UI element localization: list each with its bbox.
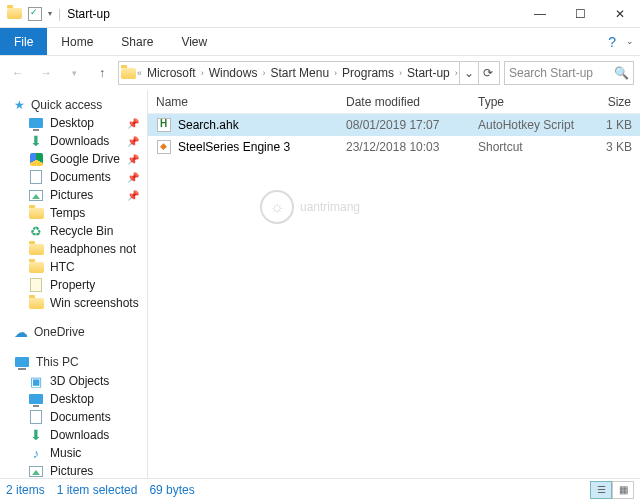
column-size[interactable]: Size	[588, 95, 640, 109]
icons-view-button[interactable]: ▦	[612, 481, 634, 499]
file-row[interactable]: SteelSeries Engine 323/12/2018 10:03Shor…	[148, 136, 640, 158]
sidebar-item[interactable]: ♻Recycle Bin	[0, 222, 147, 240]
sidebar-item-label: Property	[50, 278, 95, 292]
onedrive-label: OneDrive	[34, 325, 85, 339]
window-title: Start-up	[67, 7, 110, 21]
breadcrumb[interactable]: Windows	[205, 66, 262, 80]
recent-dropdown-icon[interactable]: ▾	[62, 61, 86, 85]
help-icon[interactable]: ?	[608, 34, 616, 50]
file-type: Shortcut	[470, 140, 588, 154]
column-type[interactable]: Type	[470, 95, 588, 109]
quick-access-label: Quick access	[31, 98, 102, 112]
sidebar-item[interactable]: ⬇Downloads	[0, 426, 147, 444]
refresh-button[interactable]: ⟳	[478, 62, 497, 84]
this-pc-header[interactable]: This PC	[0, 352, 147, 372]
up-button[interactable]: ↑	[90, 61, 114, 85]
star-icon: ★	[14, 98, 25, 112]
downloads-icon: ⬇	[28, 133, 44, 149]
folder-icon	[28, 205, 44, 221]
tab-view[interactable]: View	[167, 28, 221, 55]
column-name[interactable]: Name	[148, 95, 338, 109]
sidebar-item-label: Documents	[50, 410, 111, 424]
sidebar-item-label: Recycle Bin	[50, 224, 113, 238]
search-placeholder: Search Start-up	[509, 66, 593, 80]
sidebar-item[interactable]: Desktop	[0, 390, 147, 408]
sidebar-item-label: Google Drive	[50, 152, 120, 166]
file-name: SteelSeries Engine 3	[178, 140, 290, 154]
file-name-cell: SteelSeries Engine 3	[148, 139, 338, 155]
sidebar-item[interactable]: Win screenshots	[0, 294, 147, 312]
address-row: ← → ▾ ↑ « Microsoft › Windows › Start Me…	[0, 56, 640, 90]
doc-icon	[28, 169, 44, 185]
file-list[interactable]: Search.ahk08/01/2019 17:07AutoHotkey Scr…	[148, 114, 640, 478]
pin-icon: 📌	[127, 154, 143, 165]
sidebar-item[interactable]: HTC	[0, 258, 147, 276]
sidebar-item[interactable]: Property	[0, 276, 147, 294]
sidebar-item-label: Documents	[50, 170, 111, 184]
sidebar-item[interactable]: ♪Music	[0, 444, 147, 462]
quick-access-toolbar: ▾ |	[0, 6, 61, 22]
sidebar-item-label: Music	[50, 446, 81, 460]
sidebar-item[interactable]: Google Drive📌	[0, 150, 147, 168]
pin-icon: 📌	[127, 118, 143, 129]
sidebar-item[interactable]: Desktop📌	[0, 114, 147, 132]
breadcrumb[interactable]: Start-up	[403, 66, 454, 80]
tab-share[interactable]: Share	[107, 28, 167, 55]
chevron-right-icon[interactable]: «	[136, 68, 143, 78]
file-row[interactable]: Search.ahk08/01/2019 17:07AutoHotkey Scr…	[148, 114, 640, 136]
file-size: 23/12/2018 10:03	[338, 140, 470, 154]
sidebar-item[interactable]: headphones not	[0, 240, 147, 258]
sidebar-item-label: 3D Objects	[50, 374, 109, 388]
back-button[interactable]: ←	[6, 61, 30, 85]
breadcrumb[interactable]: Programs	[338, 66, 398, 80]
search-icon[interactable]: 🔍	[614, 66, 629, 80]
sidebar-item[interactable]: Pictures📌	[0, 186, 147, 204]
main-area: ★ Quick access Desktop📌⬇Downloads📌Google…	[0, 90, 640, 478]
file-type: AutoHotkey Script	[470, 118, 588, 132]
properties-icon[interactable]	[28, 7, 42, 21]
sidebar-item-label: Win screenshots	[50, 296, 139, 310]
title-bar: ▾ | Start-up — ☐ ✕	[0, 0, 640, 28]
sidebar-item[interactable]: Temps	[0, 204, 147, 222]
sidebar-item[interactable]: Documents	[0, 408, 147, 426]
pc-icon	[14, 354, 30, 370]
search-input[interactable]: Search Start-up 🔍	[504, 61, 634, 85]
address-dropdown-icon[interactable]: ⌄	[459, 62, 478, 84]
property-icon	[28, 277, 44, 293]
qat-dropdown-icon[interactable]: ▾	[48, 9, 52, 18]
column-date[interactable]: Date modified	[338, 95, 470, 109]
pic-icon	[28, 463, 44, 478]
breadcrumb[interactable]: Microsoft	[143, 66, 200, 80]
forward-button[interactable]: →	[34, 61, 58, 85]
onedrive-header[interactable]: ☁ OneDrive	[0, 322, 147, 342]
3d-icon: ▣	[28, 373, 44, 389]
sidebar-item[interactable]: Pictures	[0, 462, 147, 478]
breadcrumb[interactable]: Start Menu	[266, 66, 333, 80]
column-headers: Name Date modified Type Size	[148, 90, 640, 114]
status-bar: 2 items 1 item selected 69 bytes ☰ ▦	[0, 478, 640, 500]
ahk-icon	[156, 117, 172, 133]
sidebar-item[interactable]: Documents📌	[0, 168, 147, 186]
pin-icon: 📌	[127, 136, 143, 147]
close-button[interactable]: ✕	[600, 0, 640, 28]
minimize-button[interactable]: —	[520, 0, 560, 28]
file-size: 08/01/2019 17:07	[338, 118, 470, 132]
file-name-cell: Search.ahk	[148, 117, 338, 133]
sidebar-item-label: Desktop	[50, 392, 94, 406]
tab-home[interactable]: Home	[47, 28, 107, 55]
maximize-button[interactable]: ☐	[560, 0, 600, 28]
sidebar-item[interactable]: ▣3D Objects	[0, 372, 147, 390]
navigation-pane[interactable]: ★ Quick access Desktop📌⬇Downloads📌Google…	[0, 90, 148, 478]
sidebar-item-label: HTC	[50, 260, 75, 274]
sidebar-item-label: Downloads	[50, 428, 109, 442]
address-bar[interactable]: « Microsoft › Windows › Start Menu › Pro…	[118, 61, 500, 85]
sidebar-item-label: Pictures	[50, 464, 93, 478]
file-tab[interactable]: File	[0, 28, 47, 55]
sidebar-item-label: headphones not	[50, 242, 136, 256]
expand-ribbon-icon[interactable]: ⌄	[626, 36, 634, 46]
quick-access-header[interactable]: ★ Quick access	[0, 96, 147, 114]
sidebar-item[interactable]: ⬇Downloads📌	[0, 132, 147, 150]
folder-icon	[28, 259, 44, 275]
folder-icon	[121, 65, 136, 81]
details-view-button[interactable]: ☰	[590, 481, 612, 499]
